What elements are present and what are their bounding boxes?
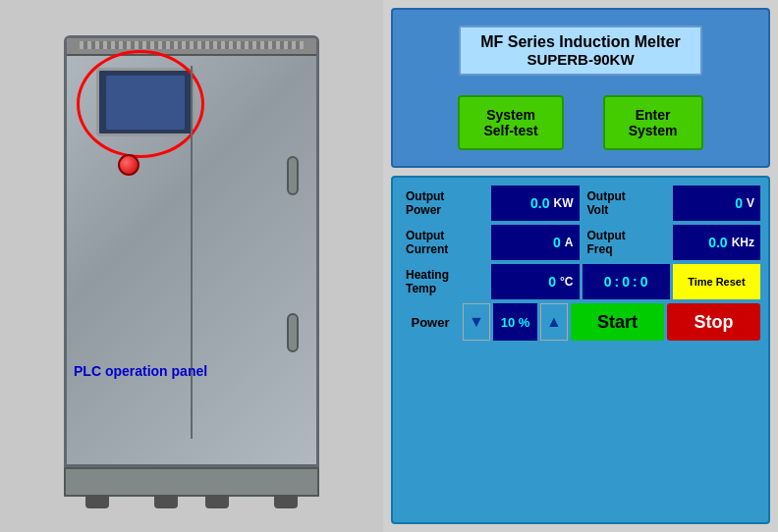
door-handle-bottom	[287, 313, 299, 352]
output-current-value: 0 A	[491, 225, 579, 260]
wheel-front-left	[85, 495, 109, 508]
title-line2: SUPERB-90KW	[480, 51, 681, 68]
machine-panel: PLC operation panel	[0, 0, 383, 532]
title-box: MF Series Induction Melter SUPERB-90KW	[459, 26, 702, 76]
power-percent-display: 10 %	[493, 303, 537, 341]
circle-highlight	[77, 50, 204, 158]
output-volt-value: 0 V	[673, 186, 760, 221]
top-buttons: SystemSelf-test EnterSystem	[458, 95, 702, 150]
arrow-up-icon: ▲	[546, 313, 562, 331]
output-freq-label: OutputFreq	[583, 225, 670, 260]
output-volt-label: OutputVolt	[583, 186, 670, 221]
power-increase-button[interactable]: ▲	[540, 303, 568, 341]
row-current-freq: OutputCurrent 0 A OutputFreq 0.0 KHz	[401, 225, 760, 260]
machine-body	[64, 35, 319, 467]
time-reset-button[interactable]: Time Reset	[673, 264, 760, 299]
row-power-volt: OutputPower 0.0 KW OutputVolt 0 V	[401, 186, 760, 221]
output-power-label: OutputPower	[401, 186, 488, 221]
bottom-ui: OutputPower 0.0 KW OutputVolt 0 V Output…	[391, 176, 770, 524]
machine-top-bar	[67, 38, 316, 56]
output-power-value: 0.0 KW	[491, 186, 579, 221]
heating-temp-value: 0 °C	[491, 264, 579, 299]
output-freq-value: 0.0 KHz	[673, 225, 760, 260]
output-current-label: OutputCurrent	[401, 225, 488, 260]
wheel-front-right	[274, 495, 298, 508]
start-button[interactable]: Start	[571, 303, 664, 341]
top-ui: MF Series Induction Melter SUPERB-90KW S…	[391, 8, 770, 168]
red-emergency-button[interactable]	[118, 154, 139, 176]
right-panel: MF Series Induction Melter SUPERB-90KW S…	[383, 0, 778, 532]
bottom-row: Power ▼ 10 % ▲ Start Stop	[401, 303, 760, 341]
power-decrease-button[interactable]: ▼	[463, 303, 490, 341]
power-label: Power	[401, 309, 460, 336]
machine-base	[64, 467, 319, 497]
enter-system-button[interactable]: EnterSystem	[603, 95, 703, 150]
door-divider	[191, 66, 193, 439]
title-line1: MF Series Induction Melter	[480, 33, 681, 51]
arrow-down-icon: ▼	[469, 313, 484, 331]
heating-temp-label: HeatingTemp	[401, 264, 488, 299]
wheel-back-right	[205, 495, 229, 508]
door-handle-top	[287, 156, 299, 195]
plc-label: PLC operation panel	[74, 363, 207, 379]
time-display: 0 : 0 : 0	[583, 264, 670, 299]
row-temp-time: HeatingTemp 0 °C 0 : 0 : 0 Time Reset	[401, 264, 760, 299]
stop-button[interactable]: Stop	[667, 303, 760, 341]
system-self-test-button[interactable]: SystemSelf-test	[458, 95, 563, 150]
wheel-back-left	[154, 495, 178, 508]
